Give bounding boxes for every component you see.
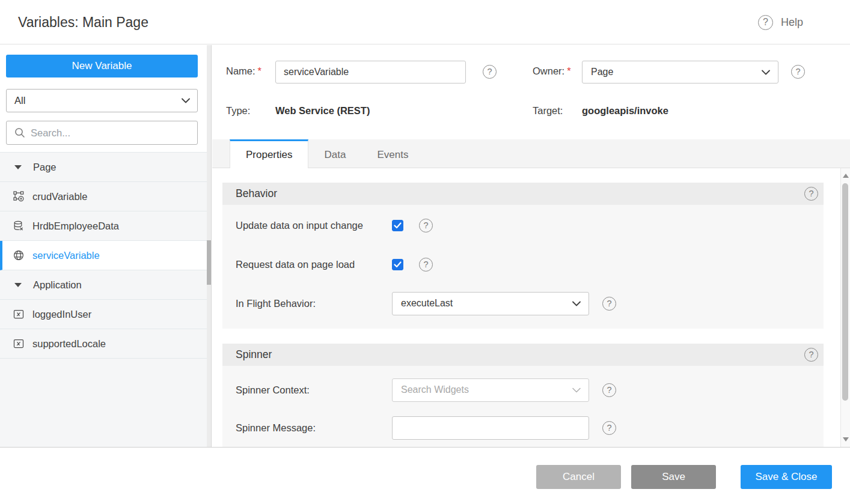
type-label: Type: [226,105,250,117]
in-flight-behavior-help-icon[interactable]: ? [602,297,616,311]
in-flight-behavior-value: executeLast [401,298,572,309]
page-title: Variables: Main Page [18,0,148,44]
spinner-message-help-icon[interactable]: ? [602,421,616,435]
owner-select[interactable]: Page [582,61,778,83]
variable-form: Name:* ? Owner:* Page ? Type: Web Servic… [212,45,850,139]
in-flight-behavior-select[interactable]: executeLast [392,292,589,315]
spinner-message-row: Spinner Message: ? [236,416,812,440]
behavior-section-title: Behavior [236,187,277,200]
request-data-row: Request data on page load ? [236,252,812,276]
help-button[interactable]: ? Help [758,0,803,44]
update-data-row: Update data on input change ? [236,213,812,237]
help-icon[interactable]: ? [758,15,773,30]
list-item-supportedlocale[interactable]: supportedLocale [0,329,207,359]
group-label: Page [33,162,57,173]
spinner-section-title: Spinner [236,348,272,361]
target-value: googleapis/invoke [582,105,668,117]
group-label: Application [33,279,82,291]
chevron-down-icon [572,387,581,393]
variable-filter-select[interactable]: All [6,89,198,112]
update-data-checkbox[interactable] [392,220,403,231]
list-item-label: crudVariable [32,191,87,202]
sidebar-scrollbar-thumb[interactable] [207,240,211,285]
list-item-label: supportedLocale [32,338,106,350]
checkmark-icon [394,261,402,268]
content-scrollbar[interactable] [840,168,850,447]
spinner-context-row: Spinner Context: Search Widgets ? [236,378,812,402]
variables-dialog: Variables: Main Page ? Help New Variable… [0,0,850,504]
name-help-icon[interactable]: ? [483,65,497,79]
spinner-context-label: Spinner Context: [236,384,392,396]
new-variable-button[interactable]: New Variable [6,55,198,77]
list-item-loggedinuser[interactable]: loggedInUser [0,300,207,329]
spinner-section-header: Spinner ? [222,344,824,366]
required-asterisk: * [567,65,570,76]
web-service-globe-icon [13,250,24,261]
tab-properties[interactable]: Properties [230,139,308,169]
dialog-footer: Cancel Save Save & Close [0,447,850,504]
dialog-header: Variables: Main Page ? Help [0,0,850,44]
tab-events[interactable]: Events [361,139,424,168]
collapse-caret-icon [14,283,22,287]
spinner-context-placeholder: Search Widgets [401,384,572,395]
behavior-section-header: Behavior ? [222,183,824,205]
spinner-section: Spinner ? Spinner Context: Search Widget… [222,344,824,447]
cancel-button[interactable]: Cancel [536,465,621,489]
target-label: Target: [533,105,563,117]
name-input[interactable] [275,61,466,83]
in-flight-behavior-label: In Flight Behavior: [236,298,392,309]
chevron-down-icon [572,301,581,306]
list-item-crudvariable[interactable]: crudVariable [0,182,207,211]
crud-variable-icon [13,191,24,202]
list-item-label: HrdbEmployeeData [32,220,119,232]
behavior-section: Behavior ? Update data on input change ?… [222,183,824,329]
scroll-down-arrow-icon[interactable] [843,437,849,442]
behavior-help-icon[interactable]: ? [804,187,818,201]
static-variable-icon [13,309,24,320]
request-data-checkbox[interactable] [392,259,403,270]
in-flight-behavior-row: In Flight Behavior: executeLast ? [236,291,812,315]
update-data-help-icon[interactable]: ? [419,219,433,232]
search-icon [14,127,25,138]
checkmark-icon [394,222,402,229]
sidebar-scrollbar[interactable] [207,45,211,447]
variable-filter-value: All [14,95,182,106]
spinner-message-label: Spinner Message: [236,422,392,434]
search-input[interactable] [31,127,191,139]
list-item-label: serviceVariable [32,250,100,261]
owner-help-icon[interactable]: ? [791,65,805,79]
variable-search[interactable] [6,121,198,145]
list-item-servicevariable[interactable]: serviceVariable [0,241,207,270]
content-scrollbar-thumb[interactable] [842,183,848,401]
required-asterisk: * [258,65,261,76]
chevron-down-icon [762,70,770,75]
list-item-hrdbemployeedata[interactable]: HrdbEmployeeData [0,211,207,241]
request-data-help-icon[interactable]: ? [419,258,433,272]
list-item-label: loggedInUser [32,309,91,320]
save-and-close-button[interactable]: Save & Close [741,465,832,489]
collapse-caret-icon [14,165,22,169]
name-label: Name:* [226,65,261,77]
spinner-context-help-icon[interactable]: ? [602,383,616,397]
tab-bar: Properties Data Events [212,139,850,168]
group-header-page[interactable]: Page [0,153,207,182]
help-label: Help [781,16,803,29]
owner-select-value: Page [591,67,762,77]
spinner-context-select[interactable]: Search Widgets [392,378,589,402]
type-value: Web Service (REST) [275,105,370,117]
spinner-help-icon[interactable]: ? [804,348,818,362]
owner-label: Owner:* [533,65,571,77]
tab-data[interactable]: Data [308,139,361,168]
group-header-application[interactable]: Application [0,270,207,300]
variables-sidebar: New Variable All Page [0,45,212,447]
save-button[interactable]: Save [631,465,716,489]
variable-list: Page crudVariable [0,152,207,447]
scroll-up-arrow-icon[interactable] [843,174,849,178]
spinner-message-input[interactable] [392,416,589,440]
update-data-label: Update data on input change [236,220,392,231]
database-variable-icon [13,220,24,231]
chevron-down-icon [182,98,190,103]
static-variable-icon [13,338,24,349]
request-data-label: Request data on page load [236,259,392,270]
properties-tab-content: Behavior ? Update data on input change ?… [212,168,840,447]
